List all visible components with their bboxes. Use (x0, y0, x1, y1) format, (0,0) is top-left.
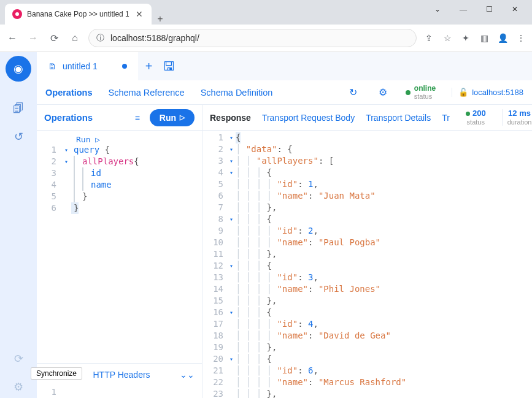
editor-line[interactable]: 6▾} (37, 202, 202, 214)
json-line[interactable]: 16▾│ │ │ { (202, 307, 532, 318)
metric-duration: 12 ms duration (502, 109, 532, 125)
fold-icon[interactable]: ▾ (227, 260, 236, 272)
refresh-schema-icon[interactable]: ↻ (347, 86, 360, 98)
document-actions: + 🖫 (138, 59, 182, 74)
url-text: localhost:5188/graphql/ (110, 33, 409, 43)
minimize-button[interactable]: ― (456, 5, 471, 14)
document-tab[interactable]: 🗎 untitled 1 (37, 52, 138, 80)
inline-run-label[interactable]: Run ▷ (76, 134, 100, 145)
documents-icon[interactable]: 🗐 (7, 98, 29, 120)
json-line[interactable]: 8▾│ │ │ { (202, 213, 532, 225)
back-button[interactable]: ← (5, 33, 20, 44)
metric-status: 200 status (461, 109, 491, 125)
tab-transport-details[interactable]: Transport Details (366, 113, 431, 123)
share-icon[interactable]: ⇪ (423, 33, 435, 43)
editor-line[interactable]: 5▾} (37, 191, 202, 202)
chevron-down-icon[interactable]: ⌄ (430, 5, 445, 14)
json-line[interactable]: 5│ │ │ │ "id": 1, (202, 178, 532, 190)
response-viewer[interactable]: 1▾{2▾│ "data": {3▾│ │ "allPlayers": [4▾│… (202, 131, 532, 398)
json-line[interactable]: 9│ │ │ │ "id": 2, (202, 225, 532, 237)
reload-button[interactable]: ⟳ (47, 33, 61, 44)
json-line[interactable]: 7│ │ │ }, (202, 202, 532, 213)
tab-http-headers[interactable]: HTTP Headers (93, 370, 150, 380)
profile-icon[interactable]: 👤 (496, 33, 509, 43)
fold-icon (227, 202, 236, 213)
query-editor[interactable]: Run ▷ 1▾query {2▾allPlayers{3▾id4▾name5▾… (37, 131, 202, 363)
tab-trace[interactable]: Tr (442, 113, 450, 123)
new-tab-button[interactable]: + (152, 13, 169, 25)
fold-icon[interactable]: ▾ (227, 167, 236, 178)
editor-line[interactable]: 3▾id (37, 167, 202, 179)
json-line[interactable]: 23│ │ │ }, (202, 388, 532, 398)
fold-icon[interactable]: ▾ (227, 155, 236, 167)
tab-schema-reference[interactable]: Schema Reference (109, 88, 185, 98)
forward-button[interactable]: → (26, 33, 40, 44)
host-label: localhost:5188 (472, 88, 523, 97)
json-line[interactable]: 20▾│ │ │ { (202, 353, 532, 365)
fold-icon[interactable]: ▾ (227, 353, 236, 365)
json-line[interactable]: 15│ │ │ }, (202, 295, 532, 307)
close-tab-icon[interactable]: ✕ (134, 9, 144, 19)
variables-editor[interactable]: 1 (37, 386, 202, 398)
sync-icon[interactable]: ⟳ (7, 348, 29, 370)
json-line[interactable]: 17│ │ │ │ "id": 4, (202, 318, 532, 330)
home-button[interactable]: ⌂ (67, 33, 82, 44)
fold-icon[interactable]: ▾ (61, 156, 71, 167)
fold-icon: ▾ (61, 202, 71, 214)
tab-response[interactable]: Response (210, 113, 251, 123)
fold-icon[interactable]: ▾ (61, 144, 71, 156)
document-tabs: 🗎 untitled 1 + 🖫 (37, 52, 532, 80)
fold-icon[interactable]: ▾ (227, 213, 236, 225)
json-line[interactable]: 19│ │ │ }, (202, 342, 532, 353)
json-line[interactable]: 3▾│ │ "allPlayers": [ (202, 155, 532, 167)
fold-icon[interactable]: ▾ (227, 144, 236, 155)
json-line[interactable]: 6│ │ │ │ "name": "Juan Mata" (202, 190, 532, 202)
tab-operations[interactable]: Operations (45, 88, 93, 98)
settings-icon[interactable]: ⚙ (376, 86, 390, 98)
fold-icon[interactable]: ▾ (227, 307, 236, 318)
tab-strip: Banana Cake Pop >> untitled 1 ✕ + (0, 0, 420, 25)
response-header: Response Transport Request Body Transpor… (202, 105, 532, 131)
run-button[interactable]: Run ▷ (150, 109, 195, 126)
fold-icon (227, 225, 236, 237)
editor-line[interactable]: 2▾allPlayers{ (37, 156, 202, 167)
app-logo-icon[interactable] (6, 56, 31, 82)
fold-icon (227, 295, 236, 307)
tab-request-body[interactable]: Transport Request Body (262, 113, 355, 123)
editor-line[interactable]: 1▾query { (37, 144, 202, 156)
tab-title: Banana Cake Pop >> untitled 1 (27, 10, 129, 18)
url-box[interactable]: ⓘ localhost:5188/graphql/ (88, 29, 417, 47)
extensions-icon[interactable]: ✦ (460, 33, 472, 43)
fold-icon (227, 272, 236, 283)
json-line[interactable]: 10│ │ │ │ "name": "Paul Pogba" (202, 237, 532, 248)
json-line[interactable]: 21│ │ │ │ "id": 6, (202, 365, 532, 377)
tab-schema-definition[interactable]: Schema Definition (201, 88, 273, 98)
collapse-vars-icon[interactable]: ⌄⌄ (180, 370, 195, 380)
maximize-button[interactable]: ☐ (482, 5, 496, 14)
browser-tab[interactable]: Banana Cake Pop >> untitled 1 ✕ (5, 4, 152, 25)
menu-icon[interactable]: ⋮ (515, 33, 527, 43)
json-line[interactable]: 22│ │ │ │ "name": "Marcus Rashford" (202, 377, 532, 388)
json-line[interactable]: 11│ │ │ }, (202, 248, 532, 260)
json-line[interactable]: 1▾{ (202, 132, 532, 144)
site-info-icon[interactable]: ⓘ (96, 33, 104, 44)
fold-icon (227, 178, 236, 190)
json-line[interactable]: 13│ │ │ │ "id": 3, (202, 272, 532, 283)
new-document-button[interactable]: + (145, 59, 153, 74)
connection-host[interactable]: 🔓 localhost:5188 (452, 88, 523, 97)
history-icon[interactable]: ↺ (7, 126, 29, 148)
reading-list-icon[interactable]: ▥ (478, 33, 490, 43)
format-icon[interactable]: ≡ (131, 113, 144, 123)
json-line[interactable]: 18│ │ │ │ "name": "David de Gea" (202, 330, 532, 342)
fold-icon[interactable]: ▾ (227, 132, 236, 144)
json-line[interactable]: 4▾│ │ │ { (202, 167, 532, 178)
editor-line[interactable]: 4▾name (37, 179, 202, 191)
settings-rail-icon[interactable]: ⚙ (7, 376, 29, 398)
save-document-button[interactable]: 🖫 (163, 59, 175, 74)
bookmark-icon[interactable]: ☆ (441, 33, 453, 43)
json-line[interactable]: 2▾│ "data": { (202, 144, 532, 155)
json-line[interactable]: 14│ │ │ │ "name": "Phil Jones" (202, 283, 532, 295)
close-window-button[interactable]: ✕ (507, 5, 522, 14)
json-line[interactable]: 12▾│ │ │ { (202, 260, 532, 272)
tooltip: Synchronize (31, 367, 82, 380)
